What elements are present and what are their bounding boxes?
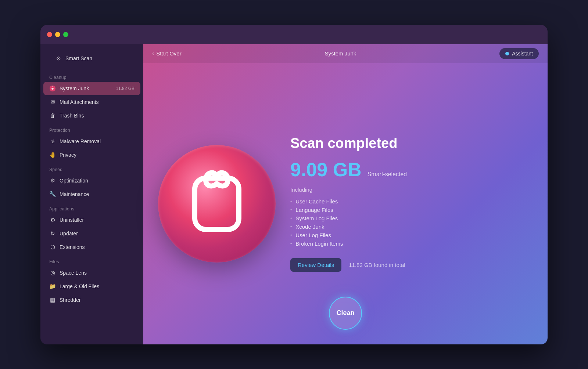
size-value: 9.09 GB [290,160,362,179]
smart-scan-label: Smart Scan [65,55,92,61]
trash-bins-label: Trash Bins [60,113,84,119]
extensions-label: Extensions [60,244,85,250]
file-list: User Cache Files Language Files System L… [290,197,526,248]
review-details-label: Review Details [298,262,334,268]
uninstaller-icon: ⚙ [49,217,56,223]
app-logo-svg [180,167,254,240]
system-junk-badge: 11.82 GB [116,86,135,91]
sidebar-item-large-old-files[interactable]: 📁 Large & Old Files [43,280,140,293]
assistant-dot-icon [505,52,509,55]
assistant-label: Assistant [512,51,533,57]
applications-section-label: Applications [40,201,143,213]
sidebar-item-smart-scan[interactable]: ⊙ Smart Scan [49,52,135,65]
sidebar-item-uninstaller[interactable]: ⚙ Uninstaller [43,213,140,227]
clean-button-container: Clean [329,297,362,330]
maintenance-label: Maintenance [60,191,89,197]
maximize-button[interactable] [63,32,68,37]
sidebar-item-malware-removal[interactable]: ☣ Malware Removal [43,135,140,148]
smart-selected-label: Smart-selected [368,171,407,178]
sidebar-item-mail-attachments[interactable]: ✉ Mail Attachments [43,95,140,109]
privacy-icon: 🤚 [49,152,56,158]
sidebar-item-trash-bins[interactable]: 🗑 Trash Bins [43,109,140,122]
sidebar-item-optimization[interactable]: ⚙ Optimization [43,174,140,187]
speed-section-label: Speed [40,162,143,174]
list-item: User Cache Files [290,197,526,206]
shredder-label: Shredder [60,297,81,303]
found-total-label: 11.82 GB found in total [349,262,405,268]
back-label: Start Over [156,50,181,57]
sidebar-item-shredder[interactable]: ▦ Shredder [43,293,140,307]
back-chevron-icon: ‹ [152,50,154,57]
updater-label: Updater [60,231,78,236]
sidebar-item-system-junk[interactable]: System Junk 11.82 GB [43,82,140,95]
files-section-label: Files [40,254,143,266]
optimization-icon: ⚙ [49,177,56,184]
optimization-label: Optimization [60,178,88,184]
extensions-icon: ⬡ [49,244,56,250]
space-lens-icon: ◎ [49,269,56,276]
malware-icon: ☣ [49,138,56,145]
mail-icon: ✉ [49,99,56,105]
cleanup-section-label: Cleanup [40,70,143,82]
traffic-lights [47,32,68,37]
main-panel: ‹ Start Over System Junk Assistant [143,44,548,344]
list-item: User Log Files [290,231,526,239]
malware-removal-label: Malware Removal [60,138,101,144]
assistant-button[interactable]: Assistant [499,48,539,59]
back-button[interactable]: ‹ Start Over [152,50,182,57]
protection-section-label: Protection [40,123,143,134]
sidebar-item-updater[interactable]: ↻ Updater [43,227,140,240]
app-icon [158,145,276,263]
main-content: ⊙ Smart Scan Cleanup System Junk 11.82 G… [40,44,548,344]
smart-scan-icon: ⊙ [55,55,62,62]
clean-label: Clean [336,309,354,317]
minimize-button[interactable] [55,32,60,37]
sidebar-top: ⊙ Smart Scan [40,48,143,70]
info-panel: Scan completed 9.09 GB Smart-selected In… [290,135,526,272]
large-files-icon: 📁 [49,283,56,290]
panel-title: System Junk [325,50,356,57]
size-row: 9.09 GB Smart-selected [290,160,526,179]
sidebar-item-extensions[interactable]: ⬡ Extensions [43,240,140,254]
list-item: Broken Login Items [290,239,526,248]
sidebar: ⊙ Smart Scan Cleanup System Junk 11.82 G… [40,44,143,344]
maintenance-icon: 🔧 [49,191,56,198]
system-junk-icon [49,85,56,92]
panel-header: ‹ Start Over System Junk Assistant [143,44,548,63]
app-window: ⊙ Smart Scan Cleanup System Junk 11.82 G… [40,25,548,344]
including-label: Including [290,187,526,193]
app-icon-container [158,145,276,263]
title-bar [40,25,548,44]
mail-attachments-label: Mail Attachments [60,99,99,105]
list-item: System Log Files [290,214,526,223]
updater-icon: ↻ [49,230,56,237]
sidebar-item-maintenance[interactable]: 🔧 Maintenance [43,188,140,201]
review-details-button[interactable]: Review Details [290,258,341,272]
space-lens-label: Space Lens [60,270,87,276]
sidebar-item-privacy[interactable]: 🤚 Privacy [43,148,140,162]
bottom-row: Review Details 11.82 GB found in total [290,258,526,272]
close-button[interactable] [47,32,52,37]
shredder-icon: ▦ [49,297,56,303]
large-old-files-label: Large & Old Files [60,283,99,289]
list-item: Language Files [290,206,526,214]
privacy-label: Privacy [60,152,76,158]
uninstaller-label: Uninstaller [60,217,84,223]
scan-completed-heading: Scan completed [290,135,526,151]
sidebar-item-space-lens[interactable]: ◎ Space Lens [43,266,140,279]
clean-button[interactable]: Clean [329,297,362,330]
list-item: Xcode Junk [290,223,526,231]
trash-icon: 🗑 [49,112,56,119]
system-junk-label: System Junk [60,86,89,91]
